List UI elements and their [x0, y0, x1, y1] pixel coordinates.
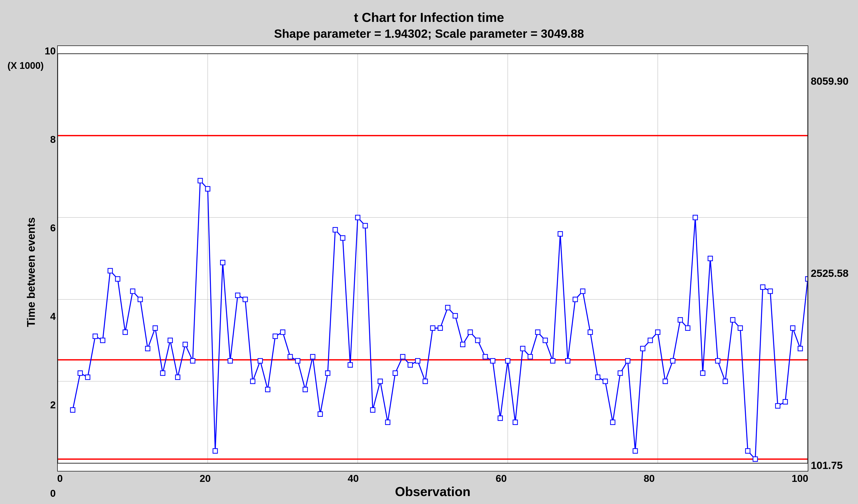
svg-rect-70	[483, 354, 488, 359]
svg-rect-64	[438, 326, 442, 330]
svg-rect-41	[265, 387, 270, 392]
y-axis-label: Time between events	[20, 46, 40, 499]
svg-rect-52	[348, 362, 352, 367]
ucl-label: 8059.90	[811, 75, 851, 87]
x-axis-ticks: 0 20 40 60 80 100	[57, 471, 853, 484]
plot-frame	[57, 46, 808, 471]
svg-rect-24	[138, 297, 143, 302]
svg-rect-17	[85, 375, 90, 380]
svg-rect-20	[108, 269, 112, 273]
svg-rect-34	[213, 449, 217, 453]
chart-subtitle: Shape parameter = 1.94302; Scale paramet…	[274, 27, 584, 40]
svg-rect-104	[738, 326, 743, 330]
svg-rect-93	[655, 330, 660, 335]
svg-rect-18	[93, 334, 97, 339]
svg-rect-15	[70, 408, 75, 412]
plot-with-right: 8059.90 2525.58 101.75	[57, 46, 853, 471]
svg-rect-89	[625, 359, 630, 363]
svg-rect-74	[513, 420, 518, 425]
svg-rect-78	[543, 338, 547, 343]
svg-rect-36	[228, 359, 233, 363]
svg-rect-90	[633, 449, 637, 453]
svg-rect-27	[160, 371, 165, 375]
svg-rect-106	[753, 457, 758, 461]
svg-rect-26	[153, 326, 157, 330]
svg-rect-33	[205, 186, 210, 191]
svg-rect-81	[566, 359, 570, 363]
right-axis-labels: 8059.90 2525.58 101.75	[808, 46, 853, 471]
lcl-label: 101.75	[811, 459, 851, 471]
svg-rect-61	[416, 359, 420, 363]
svg-rect-51	[340, 235, 345, 240]
svg-rect-103	[730, 318, 735, 322]
svg-rect-80	[558, 232, 562, 236]
svg-rect-43	[281, 330, 285, 335]
svg-rect-110	[783, 400, 788, 404]
svg-rect-88	[618, 371, 622, 375]
svg-rect-59	[400, 354, 405, 359]
svg-rect-30	[183, 342, 188, 347]
svg-rect-69	[476, 338, 480, 343]
svg-rect-46	[303, 387, 307, 392]
svg-rect-76	[528, 354, 533, 359]
svg-rect-71	[490, 359, 495, 363]
svg-rect-66	[453, 313, 457, 318]
chart-container: t Chart for Infection time Shape paramet…	[0, 0, 858, 504]
svg-rect-100	[708, 256, 713, 261]
plot-section: 8059.90 2525.58 101.75 0 20 40 60 80 100	[57, 46, 853, 499]
cl-label: 2525.58	[811, 267, 851, 279]
svg-rect-55	[370, 408, 375, 412]
svg-rect-75	[521, 346, 525, 351]
svg-rect-42	[273, 334, 277, 339]
svg-rect-39	[251, 379, 255, 384]
svg-rect-19	[100, 338, 105, 343]
svg-rect-45	[296, 359, 300, 363]
svg-rect-98	[693, 215, 698, 220]
svg-rect-58	[393, 371, 397, 375]
svg-rect-16	[78, 371, 82, 375]
svg-rect-56	[378, 379, 382, 384]
x-axis-label: Observation	[57, 484, 853, 499]
svg-rect-38	[243, 297, 248, 302]
svg-rect-82	[573, 297, 577, 302]
svg-rect-63	[430, 326, 435, 330]
svg-rect-54	[363, 224, 368, 228]
svg-rect-25	[145, 346, 150, 351]
chart-title: t Chart for Infection time	[354, 10, 504, 25]
svg-rect-84	[588, 330, 592, 335]
svg-rect-94	[663, 379, 667, 384]
svg-rect-62	[423, 379, 428, 384]
svg-rect-87	[610, 420, 615, 425]
svg-rect-108	[768, 289, 773, 293]
svg-rect-28	[168, 338, 172, 343]
svg-rect-44	[288, 354, 292, 359]
svg-rect-67	[461, 342, 465, 347]
svg-rect-109	[775, 404, 780, 408]
svg-rect-73	[506, 359, 510, 363]
svg-rect-107	[761, 285, 765, 290]
svg-rect-92	[648, 338, 653, 343]
svg-rect-40	[258, 359, 263, 363]
svg-rect-32	[198, 178, 203, 183]
svg-rect-57	[385, 420, 390, 425]
svg-rect-79	[551, 359, 555, 363]
chart-area: (X 1000) Time between events 10 8 6 4 2 …	[5, 46, 853, 499]
svg-rect-85	[595, 375, 600, 380]
svg-rect-95	[670, 359, 675, 363]
svg-rect-37	[236, 293, 240, 298]
svg-rect-35	[220, 260, 225, 265]
svg-rect-22	[123, 330, 127, 335]
svg-rect-21	[115, 277, 120, 281]
svg-rect-72	[498, 416, 502, 421]
svg-rect-112	[798, 346, 803, 351]
svg-rect-111	[791, 326, 795, 330]
svg-rect-101	[715, 359, 720, 363]
svg-rect-86	[603, 379, 607, 384]
svg-rect-96	[678, 318, 682, 322]
svg-rect-91	[640, 346, 645, 351]
svg-rect-68	[468, 330, 473, 335]
svg-rect-50	[333, 227, 337, 232]
y-axis-unit: (X 1000)	[7, 60, 44, 71]
svg-rect-53	[355, 215, 360, 220]
svg-rect-31	[191, 359, 195, 363]
